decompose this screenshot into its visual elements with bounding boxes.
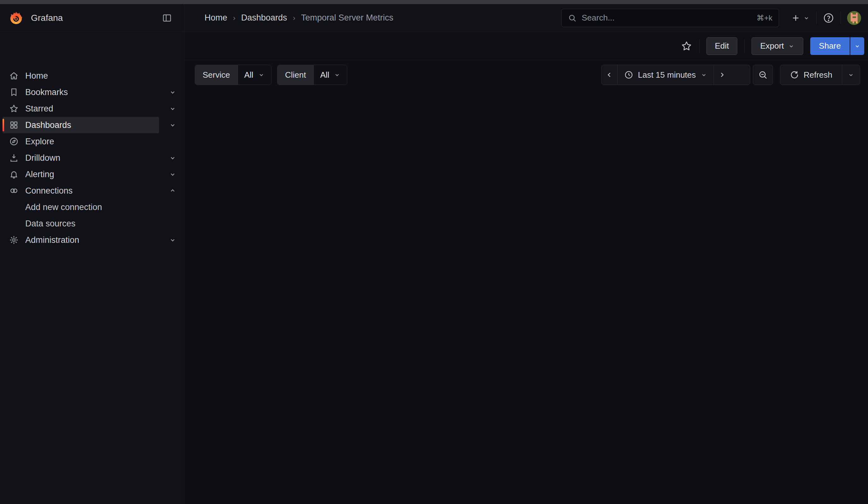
sidebar-item-label: Alerting <box>25 169 54 179</box>
grafana-logo-icon[interactable] <box>9 11 23 25</box>
client-filter-label: Client <box>277 65 314 85</box>
sidebar-item-administration[interactable]: Administration <box>2 232 159 248</box>
export-button[interactable]: Export <box>752 37 803 55</box>
search-icon <box>568 13 577 22</box>
breadcrumb-separator: › <box>293 13 296 22</box>
sidebar-item-add-new-connection[interactable]: Add new connection <box>2 199 159 215</box>
time-forward-button[interactable] <box>714 65 730 85</box>
breadcrumb-current: Temporal Server Metrics <box>301 13 394 23</box>
service-filter: Service All <box>195 65 271 85</box>
time-back-button[interactable] <box>602 65 617 85</box>
search-input[interactable] <box>581 13 757 23</box>
favorite-star-icon[interactable] <box>681 40 692 52</box>
service-filter-label: Service <box>195 65 238 85</box>
chevron-down-icon[interactable] <box>166 119 179 131</box>
header-divider <box>816 12 817 24</box>
refresh-button[interactable]: Refresh <box>780 65 842 85</box>
zoom-out-icon <box>758 65 768 85</box>
drilldown-icon <box>2 153 25 163</box>
toolbar-divider <box>699 39 700 53</box>
breadcrumb-dashboards[interactable]: Dashboards <box>241 13 287 23</box>
chevron-down-icon <box>788 43 795 50</box>
home-icon <box>2 71 25 81</box>
dashboard-toolbar: Edit Export Share <box>184 32 868 60</box>
grid-icon <box>2 120 25 130</box>
breadcrumb: Home › Dashboards › Temporal Server Metr… <box>205 13 393 23</box>
chevron-down-icon[interactable] <box>166 168 179 181</box>
time-picker-group: Last 15 minutes <box>601 65 750 85</box>
bell-icon <box>2 169 25 179</box>
sidebar-item-drilldown[interactable]: Drilldown <box>2 150 159 166</box>
sidebar-item-label: Bookmarks <box>25 88 68 97</box>
search-box[interactable]: ⌘+k <box>561 9 779 27</box>
breadcrumb-separator: › <box>233 13 236 22</box>
sidebar-item-dashboards[interactable]: Dashboards <box>2 117 159 133</box>
chevron-down-icon[interactable] <box>166 234 179 246</box>
chevron-down-icon[interactable] <box>166 86 179 99</box>
share-menu-button[interactable] <box>850 37 864 55</box>
sidebar-item-data-sources[interactable]: Data sources <box>2 215 159 232</box>
compass-icon <box>2 137 25 146</box>
chevron-down-icon <box>700 71 707 78</box>
toolbar-divider <box>744 39 745 53</box>
user-avatar[interactable] <box>847 11 861 25</box>
chevron-down-icon <box>854 43 861 50</box>
refresh-group: Refresh <box>780 65 860 85</box>
sidebar-item-bookmarks[interactable]: Bookmarks <box>2 84 159 101</box>
client-filter: Client All <box>277 65 347 85</box>
clock-icon <box>624 70 633 80</box>
chevron-down-icon <box>258 71 265 78</box>
client-filter-value[interactable]: All <box>314 65 347 85</box>
sidebar-item-alerting[interactable]: Alerting <box>2 166 159 183</box>
sidebar-item-label: Connections <box>25 186 73 196</box>
breadcrumb-home[interactable]: Home <box>205 13 227 23</box>
bookmark-icon <box>2 88 25 97</box>
chevron-down-icon[interactable] <box>166 102 179 115</box>
product-name: Grafana <box>31 13 63 23</box>
sidebar-item-label: Add new connection <box>25 203 102 212</box>
chevron-up-icon[interactable] <box>166 184 179 197</box>
app-header: Grafana Home › Dashboards › Temporal Ser… <box>0 4 868 32</box>
sidebar-item-home[interactable]: Home <box>2 68 159 84</box>
chevron-down-icon[interactable] <box>166 152 179 164</box>
sidebar-item-label: Data sources <box>25 219 75 229</box>
refresh-interval-button[interactable] <box>842 65 860 85</box>
header-divider <box>840 12 841 24</box>
add-new-button[interactable] <box>791 13 810 23</box>
sidebar-item-label: Drilldown <box>25 153 60 163</box>
sidebar-item-explore[interactable]: Explore <box>2 133 159 150</box>
help-icon[interactable] <box>823 12 834 24</box>
sidebar-item-label: Starred <box>25 104 53 114</box>
sidebar-item-starred[interactable]: Starred <box>2 101 159 117</box>
service-filter-value[interactable]: All <box>238 65 271 85</box>
edit-button[interactable]: Edit <box>706 37 738 55</box>
refresh-icon <box>790 70 799 80</box>
search-shortcut: ⌘+k <box>757 13 772 22</box>
sidebar-item-label: Home <box>25 71 48 81</box>
sidebar-item-label: Administration <box>25 235 79 245</box>
gear-icon <box>2 235 25 245</box>
header-brand-section: Grafana <box>0 4 184 32</box>
dock-sidebar-icon[interactable] <box>162 13 172 23</box>
chevron-down-icon <box>334 71 341 78</box>
time-range-button[interactable]: Last 15 minutes <box>617 65 714 85</box>
sidebar-item-label: Dashboards <box>25 120 71 130</box>
zoom-out-button[interactable] <box>753 65 773 85</box>
sidebar-item-label: Explore <box>25 137 54 146</box>
share-button[interactable]: Share <box>810 37 850 55</box>
sidebar-item-connections[interactable]: Connections <box>2 183 159 199</box>
rings-icon <box>2 186 25 195</box>
nav-sidebar: HomeBookmarksStarredDashboardsExploreDri… <box>0 32 184 504</box>
chevron-down-icon <box>803 14 810 21</box>
os-top-strip <box>0 0 868 4</box>
star-icon <box>2 104 25 113</box>
